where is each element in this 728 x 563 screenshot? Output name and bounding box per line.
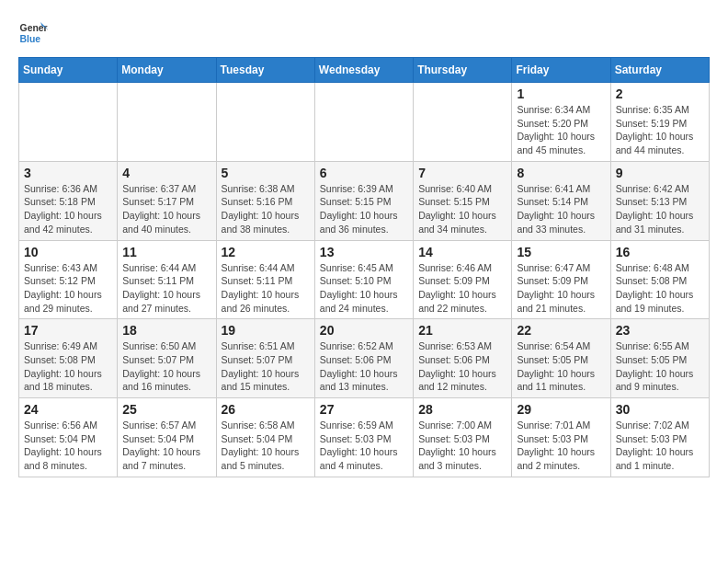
day-number: 10	[24, 245, 112, 259]
weekday-header: Monday	[118, 58, 216, 83]
day-info: Sunrise: 6:44 AMSunset: 5:11 PMDaylight:…	[222, 261, 310, 316]
day-number: 20	[320, 323, 408, 338]
calendar-cell: 15Sunrise: 6:47 AMSunset: 5:09 PMDayligh…	[512, 240, 610, 319]
day-info: Sunrise: 6:59 AMSunset: 5:03 PMDaylight:…	[320, 419, 408, 473]
day-number: 7	[418, 166, 506, 180]
day-info: Sunrise: 6:52 AMSunset: 5:06 PMDaylight:…	[320, 339, 408, 394]
calendar-cell: 14Sunrise: 6:46 AMSunset: 5:09 PMDayligh…	[414, 240, 512, 319]
weekday-header: Tuesday	[216, 58, 314, 83]
calendar-cell: 23Sunrise: 6:55 AMSunset: 5:05 PMDayligh…	[610, 319, 709, 398]
calendar-cell: 2Sunrise: 6:35 AMSunset: 5:19 PMDaylight…	[610, 83, 709, 162]
day-info: Sunrise: 6:42 AMSunset: 5:13 PMDaylight:…	[616, 182, 704, 236]
day-info: Sunrise: 6:48 AMSunset: 5:08 PMDaylight:…	[616, 261, 704, 316]
calendar-week: 1Sunrise: 6:34 AMSunset: 5:20 PMDaylight…	[19, 83, 710, 162]
day-number: 22	[517, 323, 605, 338]
calendar-cell: 11Sunrise: 6:44 AMSunset: 5:11 PMDayligh…	[118, 240, 216, 319]
weekday-header: Wednesday	[314, 58, 413, 83]
day-info: Sunrise: 6:49 AMSunset: 5:08 PMDaylight:…	[24, 339, 112, 394]
calendar-cell: 29Sunrise: 7:01 AMSunset: 5:03 PMDayligh…	[512, 398, 610, 477]
day-number: 3	[24, 166, 112, 180]
calendar-cell: 7Sunrise: 6:40 AMSunset: 5:15 PMDaylight…	[414, 161, 512, 240]
day-info: Sunrise: 6:56 AMSunset: 5:04 PMDaylight:…	[24, 419, 112, 473]
day-info: Sunrise: 6:55 AMSunset: 5:05 PMDaylight:…	[616, 339, 704, 394]
svg-text:General: General	[20, 23, 48, 33]
calendar-cell	[118, 83, 216, 162]
day-info: Sunrise: 6:45 AMSunset: 5:10 PMDaylight:…	[320, 261, 408, 316]
day-number: 12	[222, 245, 310, 259]
calendar-week: 3Sunrise: 6:36 AMSunset: 5:18 PMDaylight…	[19, 161, 710, 240]
day-number: 6	[320, 166, 408, 180]
weekday-header: Thursday	[414, 58, 512, 83]
day-info: Sunrise: 6:39 AMSunset: 5:15 PMDaylight:…	[320, 182, 408, 236]
day-info: Sunrise: 6:43 AMSunset: 5:12 PMDaylight:…	[24, 261, 112, 316]
calendar-week: 17Sunrise: 6:49 AMSunset: 5:08 PMDayligh…	[19, 319, 710, 398]
weekday-header: Saturday	[610, 58, 709, 83]
calendar-cell: 9Sunrise: 6:42 AMSunset: 5:13 PMDaylight…	[610, 161, 709, 240]
day-number: 9	[616, 166, 704, 180]
day-number: 4	[122, 166, 210, 180]
day-info: Sunrise: 6:44 AMSunset: 5:11 PMDaylight:…	[122, 261, 210, 316]
calendar-cell: 24Sunrise: 6:56 AMSunset: 5:04 PMDayligh…	[19, 398, 118, 477]
day-number: 23	[616, 323, 704, 338]
calendar-cell	[314, 83, 413, 162]
calendar-header: SundayMondayTuesdayWednesdayThursdayFrid…	[19, 58, 710, 83]
calendar-cell: 22Sunrise: 6:54 AMSunset: 5:05 PMDayligh…	[512, 319, 610, 398]
day-info: Sunrise: 6:35 AMSunset: 5:19 PMDaylight:…	[616, 103, 704, 157]
calendar-cell: 8Sunrise: 6:41 AMSunset: 5:14 PMDaylight…	[512, 161, 610, 240]
day-number: 19	[222, 323, 310, 338]
day-number: 28	[418, 402, 506, 417]
day-info: Sunrise: 7:00 AMSunset: 5:03 PMDaylight:…	[418, 419, 506, 473]
day-info: Sunrise: 6:57 AMSunset: 5:04 PMDaylight:…	[122, 419, 210, 473]
calendar-cell: 27Sunrise: 6:59 AMSunset: 5:03 PMDayligh…	[314, 398, 413, 477]
calendar-cell: 16Sunrise: 6:48 AMSunset: 5:08 PMDayligh…	[610, 240, 709, 319]
day-info: Sunrise: 6:38 AMSunset: 5:16 PMDaylight:…	[222, 182, 310, 236]
calendar-cell: 19Sunrise: 6:51 AMSunset: 5:07 PMDayligh…	[216, 319, 314, 398]
calendar-cell	[216, 83, 314, 162]
calendar-cell: 4Sunrise: 6:37 AMSunset: 5:17 PMDaylight…	[118, 161, 216, 240]
day-number: 14	[418, 245, 506, 259]
day-info: Sunrise: 6:41 AMSunset: 5:14 PMDaylight:…	[517, 182, 605, 236]
day-info: Sunrise: 6:53 AMSunset: 5:06 PMDaylight:…	[418, 339, 506, 394]
calendar-week: 10Sunrise: 6:43 AMSunset: 5:12 PMDayligh…	[19, 240, 710, 319]
day-number: 21	[418, 323, 506, 338]
day-number: 29	[517, 402, 605, 417]
day-number: 11	[122, 245, 210, 259]
calendar-cell: 10Sunrise: 6:43 AMSunset: 5:12 PMDayligh…	[19, 240, 118, 319]
day-info: Sunrise: 6:46 AMSunset: 5:09 PMDaylight:…	[418, 261, 506, 316]
day-info: Sunrise: 6:58 AMSunset: 5:04 PMDaylight:…	[222, 419, 310, 473]
logo-icon: General Blue	[18, 18, 48, 48]
day-number: 8	[517, 166, 605, 180]
page-header: General Blue	[18, 18, 710, 48]
day-info: Sunrise: 6:47 AMSunset: 5:09 PMDaylight:…	[517, 261, 605, 316]
day-number: 2	[616, 86, 704, 101]
calendar-cell: 12Sunrise: 6:44 AMSunset: 5:11 PMDayligh…	[216, 240, 314, 319]
day-number: 1	[517, 86, 605, 101]
calendar-cell	[414, 83, 512, 162]
calendar-week: 24Sunrise: 6:56 AMSunset: 5:04 PMDayligh…	[19, 398, 710, 477]
day-info: Sunrise: 6:51 AMSunset: 5:07 PMDaylight:…	[222, 339, 310, 394]
calendar-cell: 21Sunrise: 6:53 AMSunset: 5:06 PMDayligh…	[414, 319, 512, 398]
calendar-cell: 17Sunrise: 6:49 AMSunset: 5:08 PMDayligh…	[19, 319, 118, 398]
calendar-cell: 3Sunrise: 6:36 AMSunset: 5:18 PMDaylight…	[19, 161, 118, 240]
day-number: 15	[517, 245, 605, 259]
day-number: 17	[24, 323, 112, 338]
day-info: Sunrise: 7:01 AMSunset: 5:03 PMDaylight:…	[517, 419, 605, 473]
calendar-cell: 20Sunrise: 6:52 AMSunset: 5:06 PMDayligh…	[314, 319, 413, 398]
calendar-cell: 18Sunrise: 6:50 AMSunset: 5:07 PMDayligh…	[118, 319, 216, 398]
day-info: Sunrise: 6:40 AMSunset: 5:15 PMDaylight:…	[418, 182, 506, 236]
day-info: Sunrise: 6:54 AMSunset: 5:05 PMDaylight:…	[517, 339, 605, 394]
calendar-cell: 26Sunrise: 6:58 AMSunset: 5:04 PMDayligh…	[216, 398, 314, 477]
day-number: 16	[616, 245, 704, 259]
calendar-cell: 28Sunrise: 7:00 AMSunset: 5:03 PMDayligh…	[414, 398, 512, 477]
day-number: 24	[24, 402, 112, 417]
day-number: 18	[122, 323, 210, 338]
calendar-cell: 1Sunrise: 6:34 AMSunset: 5:20 PMDaylight…	[512, 83, 610, 162]
weekday-header: Friday	[512, 58, 610, 83]
day-info: Sunrise: 7:02 AMSunset: 5:03 PMDaylight:…	[616, 419, 704, 473]
logo: General Blue	[18, 18, 51, 48]
calendar-cell: 6Sunrise: 6:39 AMSunset: 5:15 PMDaylight…	[314, 161, 413, 240]
day-number: 27	[320, 402, 408, 417]
day-info: Sunrise: 6:50 AMSunset: 5:07 PMDaylight:…	[122, 339, 210, 394]
day-number: 25	[122, 402, 210, 417]
calendar-cell	[19, 83, 118, 162]
